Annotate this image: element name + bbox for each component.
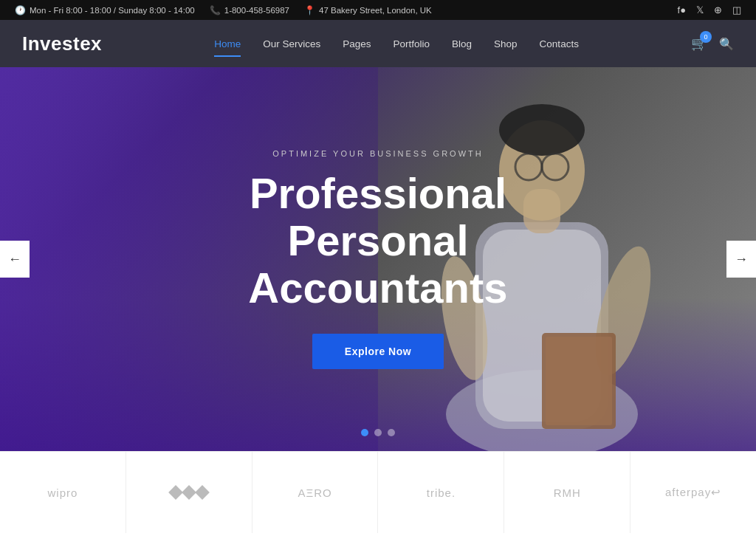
cart-badge: 0 xyxy=(700,31,712,43)
hours-text: Mon - Fri 8:00 - 18:00 / Sunday 8:00 - 1… xyxy=(30,6,195,15)
partners-section: wipro AΞRO tribe. RΜH afterpay↩ xyxy=(0,451,756,533)
aero-logo: AΞRO xyxy=(298,487,331,499)
hero-content: OPTIMIZE YOUR BUSINESS GROWTH Profession… xyxy=(157,149,599,368)
partner-diamonds xyxy=(126,452,252,533)
next-arrow-icon: → xyxy=(735,252,748,267)
address-text: 47 Bakery Street, London, UK xyxy=(319,6,432,15)
nav-shop[interactable]: Shop xyxy=(485,32,526,55)
hero-section: OPTIMIZE YOUR BUSINESS GROWTH Profession… xyxy=(0,67,756,451)
next-arrow[interactable]: → xyxy=(726,241,756,278)
cart-button[interactable]: 🛒 0 xyxy=(691,35,707,52)
prev-arrow-icon: ← xyxy=(8,252,21,267)
hero-title-line1: Professional Personal xyxy=(250,169,506,264)
search-button[interactable]: 🔍 xyxy=(719,37,734,51)
prev-arrow[interactable]: ← xyxy=(0,241,30,278)
main-nav: Home Our Services Pages Portfolio Blog S… xyxy=(205,32,588,55)
partner-wipro: wipro xyxy=(0,452,126,533)
top-bar-left: 🕐 Mon - Fri 8:00 - 18:00 / Sunday 8:00 -… xyxy=(15,5,432,16)
svg-point-5 xyxy=(499,104,585,156)
clock-icon: 🕐 xyxy=(15,5,26,16)
tribe-logo: tribe. xyxy=(427,487,456,499)
twitter-icon[interactable]: 𝕏 xyxy=(696,4,704,16)
nav-blog[interactable]: Blog xyxy=(443,32,481,55)
top-bar: 🕐 Mon - Fri 8:00 - 18:00 / Sunday 8:00 -… xyxy=(0,0,756,20)
nav-services[interactable]: Our Services xyxy=(254,32,329,55)
partner-rmh: RΜH xyxy=(504,452,630,533)
nav-pages[interactable]: Pages xyxy=(334,32,379,55)
explore-button[interactable]: Explore Now xyxy=(312,334,444,369)
instagram-icon[interactable]: ◫ xyxy=(732,4,741,16)
slider-dots xyxy=(361,429,395,436)
header-actions: 🛒 0 🔍 xyxy=(691,35,734,52)
diamond-1 xyxy=(168,485,183,500)
nav-portfolio[interactable]: Portfolio xyxy=(385,32,439,55)
nav-contacts[interactable]: Contacts xyxy=(531,32,588,55)
address-item: 📍 47 Bakery Street, London, UK xyxy=(304,5,432,16)
diamond-logo xyxy=(171,487,207,498)
hero-subtitle: OPTIMIZE YOUR BUSINESS GROWTH xyxy=(186,149,570,158)
diamond-3 xyxy=(195,485,210,500)
partner-tribe: tribe. xyxy=(378,452,504,533)
phone-item: 📞 1-800-458-56987 xyxy=(210,5,289,16)
dot-3[interactable] xyxy=(388,429,395,436)
hours-item: 🕐 Mon - Fri 8:00 - 18:00 / Sunday 8:00 -… xyxy=(15,5,195,16)
phone-text: 1-800-458-56987 xyxy=(224,6,289,15)
partner-aero: AΞRO xyxy=(252,452,379,533)
logo[interactable]: Investex xyxy=(22,32,102,55)
facebook-icon[interactable]: f● xyxy=(678,4,686,16)
diamond-2 xyxy=(182,485,196,500)
hero-title-line2: Accountants xyxy=(248,264,507,312)
afterpay-logo: afterpay↩ xyxy=(665,486,721,499)
globe-icon[interactable]: ⊕ xyxy=(714,4,722,16)
phone-icon: 📞 xyxy=(210,5,221,16)
nav-home[interactable]: Home xyxy=(205,32,250,55)
location-icon: 📍 xyxy=(304,5,315,16)
social-links: f● 𝕏 ⊕ ◫ xyxy=(678,4,741,16)
dot-2[interactable] xyxy=(374,429,382,436)
hero-title: Professional Personal Accountants xyxy=(186,170,570,311)
partner-afterpay: afterpay↩ xyxy=(630,452,756,533)
rmh-logo: RΜH xyxy=(554,487,581,499)
wipro-logo: wipro xyxy=(47,487,78,499)
header: Investex Home Our Services Pages Portfol… xyxy=(0,20,756,67)
dot-1[interactable] xyxy=(361,429,368,436)
